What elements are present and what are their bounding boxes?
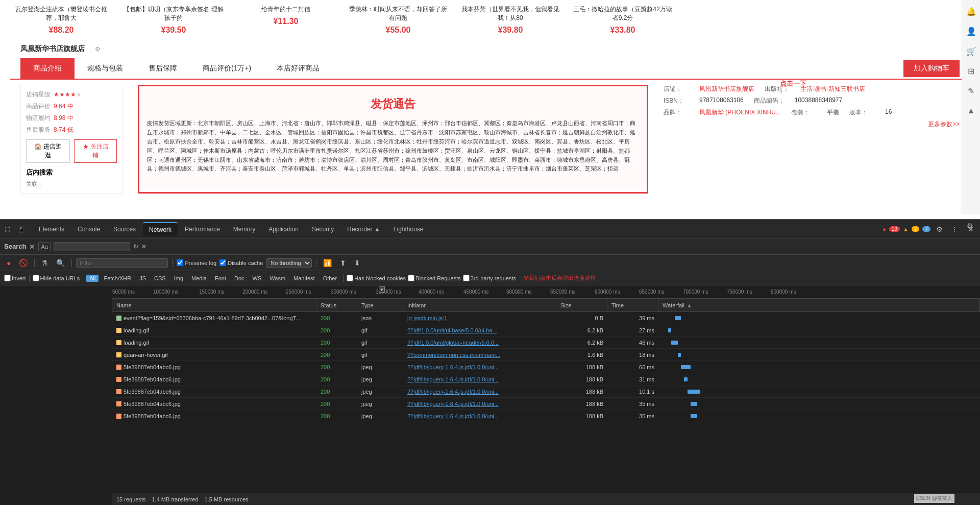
preserve-log-checkbox[interactable]: Preserve log [177,259,216,266]
filter-doc-button[interactable]: Doc [231,275,248,282]
import-button[interactable]: ⬆ [337,258,349,268]
grid-icon[interactable]: ⊞ [965,65,977,77]
clear-button[interactable]: 🚫 [16,258,30,268]
up-chevron-icon[interactable]: ▲ [965,105,977,117]
filter-other-button[interactable]: Other [320,275,340,282]
table-row[interactable]: loading.gif 200 gif ??jdf/1.0.0/unit/ui-… [112,324,980,336]
tab-memory[interactable]: Memory [227,223,261,236]
cart-icon[interactable]: 🛒 [965,45,977,57]
user-icon[interactable]: 👤 [965,25,977,37]
td-initiator-0[interactable]: jd-jssdk.min.js:1 [403,312,556,324]
search-input[interactable] [54,242,130,251]
search-icon-button[interactable]: 🔍 [54,258,67,268]
invert-checkbox[interactable]: Invert [4,275,26,281]
blocked-requests-checkbox[interactable]: Blocked Requests [408,275,461,281]
filter-css-button[interactable]: CSS [151,275,169,282]
td-initiator-4[interactable]: ??jdf/lib/jquery-1.6.4.js.jdf/1.0.0/uni.… [403,361,556,373]
record-button[interactable]: ● [4,258,13,268]
filter-all-button[interactable]: All [86,275,99,282]
table-row[interactable]: quan-arr-hover.gif 200 gif ??common/comm… [112,349,980,361]
tab-spec[interactable]: 规格与包装 [75,58,136,79]
export-button[interactable]: ⬇ [352,258,363,268]
devtools-gear-icon[interactable]: ⚙ [964,221,976,230]
timeline-handle[interactable]: ▼ [379,286,385,293]
add-cart-button[interactable]: 加入购物车 [903,60,960,77]
shop-settings-icon[interactable]: ⚙ [95,45,101,53]
tab-reviews[interactable]: 商品评价(1万+) [190,58,264,79]
th-time[interactable]: Time [607,299,658,311]
table-row[interactable]: 5fe39887eb04abc6.jpg 200 jpeg ??jdf/lib/… [112,373,980,386]
search-clear-icon[interactable]: ✕ [141,243,146,250]
table-row[interactable]: 5fe39887eb04abc6.jpg 200 jpeg ??jdf/lib/… [112,410,980,422]
filter-js-button[interactable]: JS [136,275,149,282]
filter-media-button[interactable]: Media [188,275,210,282]
th-size[interactable]: Size [556,299,607,311]
th-waterfall[interactable]: Waterfall ▲ [658,299,980,311]
filter-ws-button[interactable]: WS [250,275,265,282]
publisher-val[interactable]: 生活·读书·新知三联书店 [800,85,865,93]
filter-font-button[interactable]: Font [212,275,229,282]
preserve-log-input[interactable] [177,259,183,266]
disable-cache-checkbox[interactable]: Disable cache [219,259,263,266]
td-initiator-3[interactable]: ??common/common.css.main/main... [403,349,556,360]
blocked-requests-input[interactable] [408,275,414,281]
follow-shop-button[interactable]: ★ 关注店铺 [74,139,117,163]
filter-manifest-button[interactable]: Manifest [290,275,318,282]
hide-data-urls-input[interactable] [33,275,39,281]
td-initiator-1[interactable]: ??jdf/1.0.0/unit/ui-base/5.0.0/ui-ba... [403,324,556,336]
th-status[interactable]: Status [316,299,357,311]
td-initiator-6[interactable]: ??jdf/lib/jquery-1.6.4.js.jdf/1.0.0/uni.… [403,386,556,397]
has-blocked-checkbox[interactable]: Has blocked cookies [347,275,406,281]
wifi-icon[interactable]: 📶 [321,258,334,268]
td-initiator-5[interactable]: ??jdf/lib/jquery-1.6.4.js.jdf/1.0.0/uni.… [403,373,556,385]
table-row[interactable]: loading.gif 200 gif ??jdf/1.0.0/unit/glo… [112,336,980,349]
tab-elements[interactable]: Elements [33,223,70,236]
td-initiator-8[interactable]: ??jdf/lib/jquery-1.6.4.js.jdf/1.0.0/uni.… [403,410,556,422]
table-row[interactable]: 5fe39887eb04abc6.jpg 200 jpeg ??jdf/lib/… [112,398,980,410]
network-filter-input[interactable] [76,258,168,268]
filter-icon-button[interactable]: ⚗ [39,258,51,268]
filter-img-button[interactable]: Img [171,275,186,282]
table-row[interactable]: 5fe39887eb04abc6.jpg 200 jpeg ??jdf/lib/… [112,386,980,398]
throttle-select[interactable]: No throttling [266,258,312,268]
td-initiator-7[interactable]: ??jdf/lib/jquery-1.6.4.js.jdf/1.0.0/uni.… [403,398,556,410]
more-params-link[interactable]: 更多参数>> [928,121,960,128]
tab-intro[interactable]: 商品介绍 [20,58,75,79]
table-row[interactable]: event?flag=159&sid=65306bba-c791-46a1-89… [112,312,980,324]
tab-security[interactable]: Security [306,223,340,236]
tab-lighthouse[interactable]: Lighthouse [387,223,430,236]
filter-fetch-xhr-button[interactable]: Fetch/XHR [101,275,134,282]
search-panel-close-button[interactable]: ✕ [29,243,35,251]
tab-good-products[interactable]: 本店好评商品 [264,58,332,79]
devtools-settings-icon[interactable]: ⚙ [934,225,945,234]
third-party-input[interactable] [463,275,470,281]
table-row[interactable]: 5fe39887eb04abc6.jpg 200 jpeg ??jdf/lib/… [112,361,980,373]
devtools-device-icon[interactable]: 📱 [15,225,28,233]
tab-application[interactable]: Application [262,223,305,236]
notification-icon[interactable]: 🔔 [965,5,977,17]
tab-recorder[interactable]: Recorder ▲ [341,223,386,236]
tab-service[interactable]: 售后保障 [136,58,190,79]
edit-icon[interactable]: ✎ [965,85,977,97]
devtools-inspect-icon[interactable]: ⬚ [2,225,13,233]
enter-shop-button[interactable]: 🏠 进店逛逛 [26,139,70,163]
store-val[interactable]: 凤凰新华书店旗舰店 [699,85,754,93]
tab-network[interactable]: Network [143,222,178,236]
search-refresh-icon[interactable]: ↻ [133,243,138,250]
tab-performance[interactable]: Performance [179,223,226,236]
th-name[interactable]: Name [112,299,316,311]
hide-data-urls-checkbox[interactable]: Hide data URLs [33,275,80,281]
devtools-more-icon[interactable]: ⋮ [948,225,961,234]
td-initiator-2[interactable]: ??jdf/1.0.0/unit/global-header/5.0.0... [403,336,556,348]
filter-wasm-button[interactable]: Wasm [266,275,288,282]
th-type[interactable]: Type [357,299,403,311]
th-initiator[interactable]: Initiator [403,299,556,311]
third-party-checkbox[interactable]: 3rd-party requests [463,275,516,281]
tab-console[interactable]: Console [71,223,106,236]
brand-val[interactable]: 凤凰新华 (PHOENIX XINHU... [699,108,781,117]
has-blocked-input[interactable] [347,275,353,281]
disable-cache-input[interactable] [219,259,226,266]
invert-input[interactable] [4,275,11,281]
tab-sources[interactable]: Sources [107,223,142,236]
search-aa-toggle[interactable]: Aa [38,242,50,251]
